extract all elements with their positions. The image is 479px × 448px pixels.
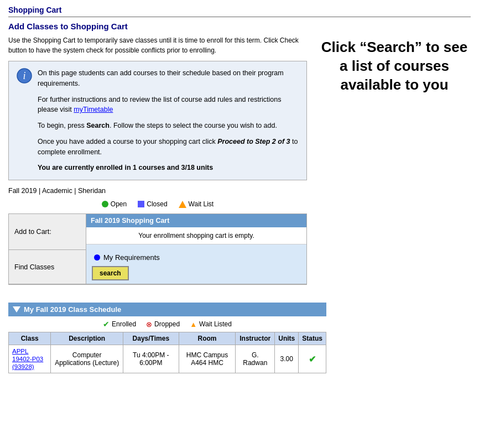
open-icon xyxy=(102,201,108,207)
schedule-header: My Fall 2019 Class Schedule xyxy=(8,303,326,316)
instructor-cell: G. Radwan xyxy=(236,345,275,373)
find-classes-row: Find Classes My Requirements search xyxy=(9,250,306,284)
schedule-legend: ✔ Enrolled ⊗ Dropped ▲ Wait Listed xyxy=(8,320,326,329)
callout-text: Click “Search” to see a list of courses … xyxy=(318,38,471,94)
left-panel: Add Classes to Shopping Cart Use the Sho… xyxy=(8,22,307,293)
search-button[interactable]: search xyxy=(92,266,129,280)
schedule-table: Class Description Days/Times Room Instru… xyxy=(8,332,326,373)
schedule-header-row: Class Description Days/Times Room Instru… xyxy=(9,332,326,345)
table-row: APPL 19402-P03(93928) Computer Applicati… xyxy=(9,345,326,373)
my-requirements-row: My Requirements xyxy=(92,253,301,262)
waitlist-label: Wait List xyxy=(189,200,214,208)
status-legend: Open Closed Wait List xyxy=(8,200,307,208)
waitlist-legend-item: Wait List xyxy=(179,200,214,208)
days-times-cell: Tu 4:00PM - 6:00PM xyxy=(123,345,179,373)
cart-content: Fall 2019 Shopping Cart Your enrollment … xyxy=(86,214,306,250)
info-para-4: Once you have added a course to your sho… xyxy=(38,137,299,158)
enrolled-legend: ✔ Enrolled xyxy=(103,320,136,329)
closed-legend-item: Closed xyxy=(138,200,167,208)
cart-header-row: Add to Cart: Fall 2019 Shopping Cart You… xyxy=(9,214,306,250)
cart-section: Add to Cart: Fall 2019 Shopping Cart You… xyxy=(8,213,307,285)
find-classes-content: My Requirements search xyxy=(86,250,306,284)
enrolled-label: Enrolled xyxy=(112,320,136,328)
info-box: i On this page students can add courses … xyxy=(8,61,307,180)
col-days-times: Days/Times xyxy=(123,332,179,345)
closed-label: Closed xyxy=(147,200,167,208)
open-label: Open xyxy=(111,200,127,208)
cart-empty-message: Your enrollment shopping cart is empty. xyxy=(86,227,306,244)
room-cell: HMC Campus A464 HMC xyxy=(179,345,236,373)
enrolled-icon: ✔ xyxy=(103,320,110,329)
my-requirements-label: My Requirements xyxy=(103,253,160,262)
intro-text: Use the Shopping Cart to temporarily sav… xyxy=(8,35,301,55)
col-description: Description xyxy=(51,332,123,345)
description-cell: Computer Applications (Lecture) xyxy=(51,345,123,373)
info-para-3: To begin, press Search. Follow the steps… xyxy=(38,121,299,131)
col-status: Status xyxy=(299,332,326,345)
right-panel: Click “Search” to see a list of courses … xyxy=(318,22,471,293)
waitlisted-label: Wait Listed xyxy=(199,320,232,328)
page-container: Shopping Cart Add Classes to Shopping Ca… xyxy=(8,6,471,373)
col-units: Units xyxy=(275,332,299,345)
col-instructor: Instructor xyxy=(236,332,275,345)
section-title: Add Classes to Shopping Cart xyxy=(8,22,307,31)
info-para-2: For further instructions and to review t… xyxy=(38,95,299,116)
info-content: On this page students can add courses to… xyxy=(38,68,299,173)
closed-icon xyxy=(138,201,144,207)
info-para-5: You are currently enrolled in 1 courses … xyxy=(38,163,299,173)
class-link[interactable]: APPL 19402-P03(93928) xyxy=(12,348,43,370)
dropped-legend: ⊗ Dropped xyxy=(146,320,180,329)
dropped-label: Dropped xyxy=(154,320,180,328)
info-icon: i xyxy=(17,68,32,84)
collapse-icon[interactable] xyxy=(13,306,20,312)
col-class: Class xyxy=(9,332,51,345)
class-code-cell: APPL 19402-P03(93928) xyxy=(9,345,51,373)
waitlist-icon xyxy=(179,201,186,208)
schedule-section: My Fall 2019 Class Schedule ✔ Enrolled ⊗… xyxy=(8,303,326,373)
status-cell: ✔ xyxy=(299,345,326,373)
dropped-icon: ⊗ xyxy=(146,320,152,329)
status-enrolled-icon: ✔ xyxy=(309,355,316,364)
find-classes-label: Find Classes xyxy=(9,250,86,284)
waitlisted-icon: ▲ xyxy=(190,320,197,329)
page-title: Shopping Cart xyxy=(8,6,471,17)
info-para-1: On this page students can add courses to… xyxy=(38,68,299,89)
col-room: Room xyxy=(179,332,236,345)
my-timetable-link[interactable]: myTimetable xyxy=(74,106,113,113)
open-legend-item: Open xyxy=(102,200,127,208)
add-to-cart-label: Add to Cart: xyxy=(9,214,86,250)
units-cell: 3.00 xyxy=(275,345,299,373)
svg-text:i: i xyxy=(23,70,25,81)
schedule-title: My Fall 2019 Class Schedule xyxy=(24,305,121,314)
my-requirements-radio[interactable] xyxy=(94,254,100,261)
cart-extra-row xyxy=(86,244,306,250)
cart-title: Fall 2019 Shopping Cart xyxy=(86,214,306,227)
term-label: Fall 2019 | Academic | Sheridan xyxy=(8,187,307,195)
waitlisted-legend: ▲ Wait Listed xyxy=(190,320,232,329)
